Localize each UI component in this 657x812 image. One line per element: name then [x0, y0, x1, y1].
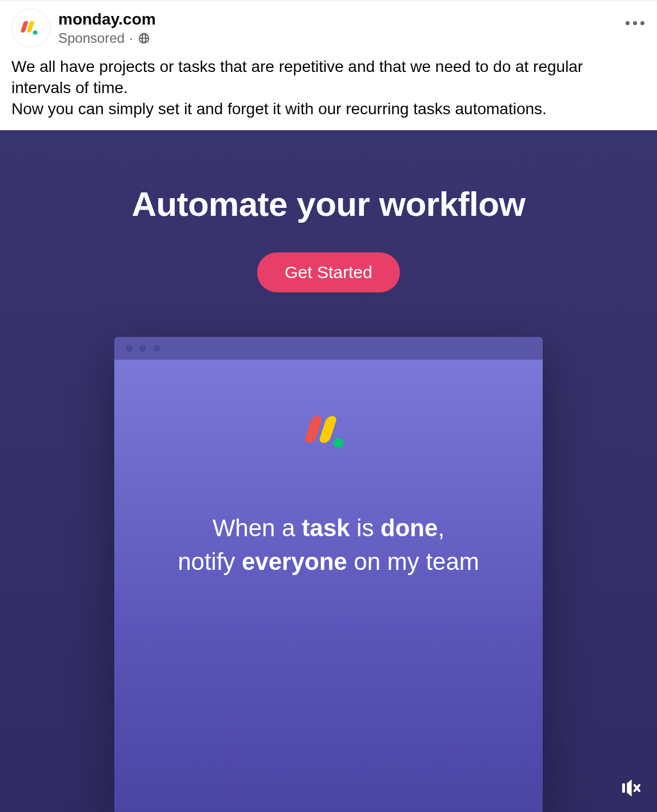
sponsored-label[interactable]: Sponsored	[58, 30, 125, 46]
dot-icon	[640, 21, 644, 25]
sponsored-row: Sponsored ·	[58, 30, 156, 46]
monday-logo-icon	[301, 415, 356, 450]
body-line-2: Now you can simply set it and forget it …	[11, 99, 646, 120]
text-fragment: When a	[213, 514, 302, 541]
more-options-button[interactable]	[626, 21, 644, 25]
svg-rect-6	[622, 783, 625, 793]
monday-logo-icon	[19, 16, 43, 40]
text-fragment: on my team	[347, 548, 479, 575]
creative-headline: Automate your workflow	[0, 184, 657, 224]
window-titlebar	[114, 337, 543, 360]
text-bold: task	[302, 514, 350, 541]
window-dot-icon	[126, 345, 133, 352]
text-bold: done	[380, 514, 438, 541]
svg-point-5	[334, 438, 344, 448]
mute-button[interactable]	[619, 777, 642, 799]
dot-icon	[633, 21, 637, 25]
window-dot-icon	[139, 345, 146, 352]
text-bold: everyone	[242, 548, 347, 575]
monday-logo-large	[301, 415, 356, 450]
separator-dot: ·	[129, 30, 133, 46]
page-avatar[interactable]	[11, 9, 50, 47]
globe-icon[interactable]	[138, 32, 150, 45]
post-header: monday.com Sponsored ·	[0, 1, 657, 53]
browser-window-mock: When a task is done, notify everyone on …	[114, 337, 543, 812]
automation-line-1: When a task is done,	[178, 512, 479, 545]
text-fragment: is	[350, 514, 380, 541]
window-dot-icon	[153, 345, 160, 352]
svg-point-2	[33, 30, 38, 35]
text-fragment: notify	[178, 548, 242, 575]
automation-line-2: notify everyone on my team	[178, 545, 479, 579]
post-body-text: We all have projects or tasks that are r…	[0, 53, 657, 130]
sponsored-post: monday.com Sponsored · We all have proje…	[0, 0, 657, 812]
automation-sentence: When a task is done, notify everyone on …	[178, 512, 479, 579]
body-line-1: We all have projects or tasks that are r…	[11, 57, 646, 99]
page-name-link[interactable]: monday.com	[58, 10, 156, 29]
window-body: When a task is done, notify everyone on …	[114, 360, 543, 812]
dot-icon	[626, 21, 630, 25]
mute-icon	[619, 777, 642, 799]
ad-creative[interactable]: Automate your workflow Get Started	[0, 130, 657, 812]
text-fragment: ,	[438, 514, 444, 541]
get-started-button[interactable]: Get Started	[257, 252, 399, 292]
post-meta: monday.com Sponsored ·	[58, 10, 156, 46]
